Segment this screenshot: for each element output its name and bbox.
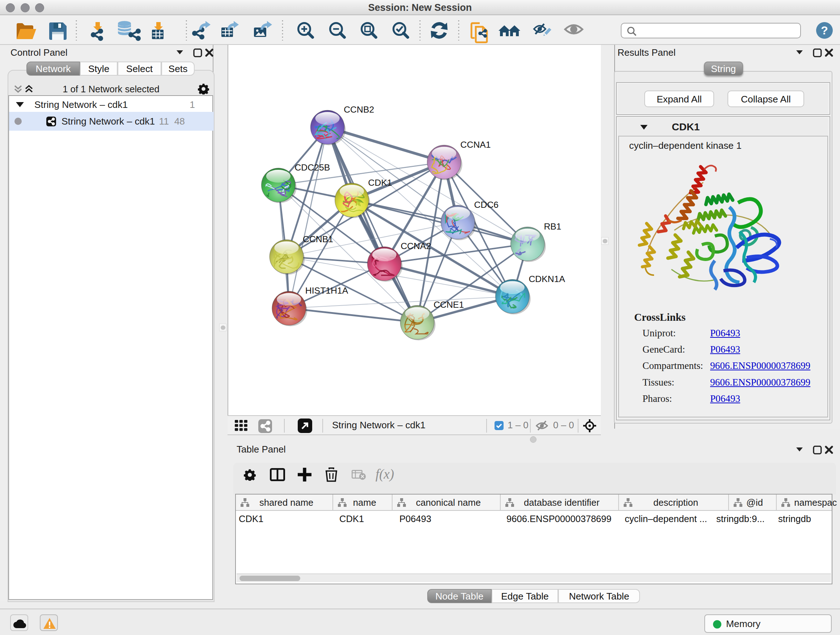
svg-text:CDC25B: CDC25B [294,163,330,172]
svg-text:CCNB2: CCNB2 [344,105,374,114]
svg-text:CCNE1: CCNE1 [433,300,464,310]
svg-text:HIST1H1A: HIST1H1A [305,286,348,295]
svg-text:CCNA2: CCNA2 [401,241,431,251]
svg-text:CDKN1A: CDKN1A [529,274,565,284]
svg-text:CCNA1: CCNA1 [461,140,491,149]
svg-text:CDK1: CDK1 [368,178,392,187]
svg-text:CDC6: CDC6 [474,200,499,210]
svg-text:CCNB1: CCNB1 [303,234,333,244]
svg-text:RB1: RB1 [544,222,561,231]
